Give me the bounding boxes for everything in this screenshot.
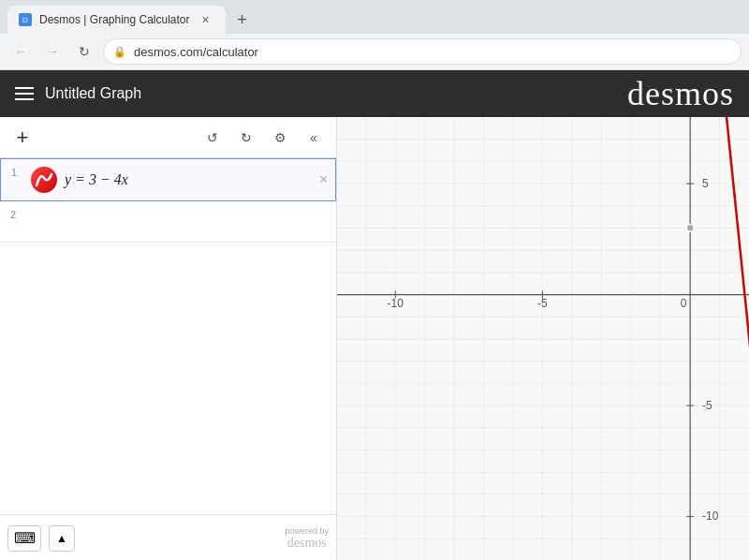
tab-favicon: D xyxy=(19,13,32,26)
app-header: Untitled Graph desmos xyxy=(0,70,749,117)
hamburger-menu[interactable] xyxy=(15,87,34,100)
expression-input-1[interactable]: y = 3 − 4x xyxy=(61,159,335,200)
powered-by-section: powered by desmos xyxy=(285,526,329,551)
expression-formula-1: y = 3 − 4x xyxy=(65,171,128,188)
toolbar-right: ↺ ↻ ⚙ « xyxy=(198,123,329,153)
panel-bottom: ⌨ ▲ powered by desmos xyxy=(0,514,336,560)
svg-text:-5: -5 xyxy=(537,297,548,310)
powered-desmos-logo: desmos xyxy=(287,536,327,551)
powered-by-text: powered by xyxy=(285,526,329,536)
undo-button[interactable]: ↺ xyxy=(198,123,228,153)
add-expression-button[interactable]: + xyxy=(7,123,37,153)
url-text: desmos.com/calculator xyxy=(134,45,258,59)
keyboard-button[interactable]: ⌨ xyxy=(7,525,41,552)
graph-area[interactable]: -10 -5 0 5 -5 -10 xyxy=(337,117,749,560)
curve-color-icon-1[interactable] xyxy=(31,167,57,193)
svg-text:0: 0 xyxy=(681,297,687,310)
forward-button[interactable]: → xyxy=(39,38,66,65)
expression-close-1[interactable]: × xyxy=(319,171,328,188)
arrow-up-button[interactable]: ▲ xyxy=(49,525,75,552)
address-bar: ← → ↻ 🔒 desmos.com/calculator xyxy=(0,34,749,69)
collapse-button[interactable]: « xyxy=(299,123,329,153)
hamburger-line-1 xyxy=(15,87,34,89)
url-bar[interactable]: 🔒 desmos.com/calculator xyxy=(103,38,742,65)
svg-text:-5: -5 xyxy=(702,399,712,412)
refresh-button[interactable]: ↻ xyxy=(71,38,97,65)
toolbar: + ↺ ↻ ⚙ « xyxy=(0,117,336,158)
tab-close-button[interactable]: × xyxy=(198,11,214,28)
curve-svg-1 xyxy=(35,170,53,189)
arrow-up-icon: ▲ xyxy=(56,532,67,545)
row-number-2: 2 xyxy=(0,201,26,242)
main-layout: + ↺ ↻ ⚙ « 1 xyxy=(0,117,749,560)
keyboard-icon: ⌨ xyxy=(14,529,36,547)
settings-button[interactable]: ⚙ xyxy=(265,123,295,153)
new-tab-button[interactable]: + xyxy=(229,7,256,33)
active-tab[interactable]: D Desmos | Graphing Calculator × xyxy=(7,6,226,34)
graph-title[interactable]: Untitled Graph xyxy=(45,85,141,102)
row-icon-1 xyxy=(27,159,61,200)
browser-chrome: D Desmos | Graphing Calculator × + ← → ↻… xyxy=(0,0,749,70)
graph-svg: -10 -5 0 5 -5 -10 xyxy=(337,117,749,560)
tab-title: Desmos | Graphing Calculator xyxy=(39,13,190,26)
left-panel: + ↺ ↻ ⚙ « 1 xyxy=(0,117,337,560)
row-number-1: 1 xyxy=(1,159,27,200)
expression-row-2[interactable]: 2 xyxy=(0,201,336,243)
expression-list: 1 y = 3 − 4x × 2 xyxy=(0,158,336,514)
tab-bar: D Desmos | Graphing Calculator × + xyxy=(0,0,749,34)
back-button[interactable]: ← xyxy=(7,38,34,65)
svg-text:-10: -10 xyxy=(702,509,719,523)
svg-text:-10: -10 xyxy=(388,297,404,310)
expression-row-1[interactable]: 1 y = 3 − 4x × xyxy=(0,158,336,201)
svg-point-47 xyxy=(686,225,694,232)
redo-button[interactable]: ↻ xyxy=(231,123,261,153)
hamburger-line-3 xyxy=(15,98,34,100)
desmos-logo: desmos xyxy=(627,74,734,113)
hamburger-line-2 xyxy=(15,93,34,95)
lock-icon: 🔒 xyxy=(113,46,126,58)
svg-text:5: 5 xyxy=(702,177,709,190)
